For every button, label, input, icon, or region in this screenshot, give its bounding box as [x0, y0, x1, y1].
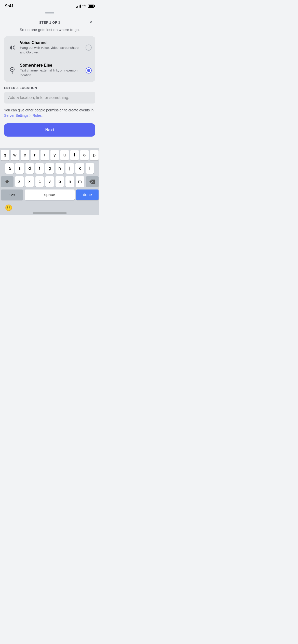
status-time: 9:41 — [5, 4, 14, 9]
key-q[interactable]: q — [1, 150, 9, 160]
somewhere-else-text: Somewhere Else Text channel, external li… — [20, 63, 83, 77]
main-content: STEP 1 OF 3 × So no one gets lost on whe… — [0, 10, 99, 148]
key-c[interactable]: c — [35, 176, 44, 187]
key-r[interactable]: r — [31, 150, 39, 160]
signal-icon — [76, 5, 81, 8]
wifi-icon — [82, 4, 86, 8]
key-p[interactable]: p — [90, 150, 99, 160]
emoji-button[interactable]: 🙂 — [5, 204, 12, 211]
key-i[interactable]: i — [70, 150, 79, 160]
drag-handle — [45, 12, 54, 13]
permission-text-content: You can give other people permission to … — [4, 108, 93, 112]
keyboard: q w e r t y u i o p a s d f g h j k l z … — [0, 148, 99, 215]
voice-channel-desc: Hang out with voice, video, screenshare,… — [20, 46, 83, 55]
close-button[interactable]: × — [87, 18, 95, 26]
home-indicator — [33, 212, 67, 214]
location-section-label: ENTER A LOCATION — [4, 86, 95, 90]
svg-point-1 — [11, 69, 13, 70]
step-label: STEP 1 OF 3 — [39, 21, 60, 24]
permission-text: You can give other people permission to … — [4, 108, 95, 118]
numbers-key[interactable]: 123 — [1, 189, 23, 200]
options-card: Voice Channel Hang out with voice, video… — [4, 36, 95, 82]
somewhere-else-option[interactable]: Somewhere Else Text channel, external li… — [4, 59, 95, 81]
next-button[interactable]: Next — [4, 123, 95, 137]
pin-icon — [8, 66, 17, 75]
location-input[interactable] — [8, 95, 91, 100]
key-h[interactable]: h — [56, 163, 64, 174]
voice-channel-text: Voice Channel Hang out with voice, video… — [20, 40, 83, 55]
speaker-icon — [8, 43, 17, 52]
key-g[interactable]: g — [45, 163, 54, 174]
backspace-key[interactable] — [86, 176, 99, 187]
key-l[interactable]: l — [86, 163, 94, 174]
key-e[interactable]: e — [21, 150, 29, 160]
keyboard-row-3: z x c v b n m — [1, 176, 99, 187]
location-input-wrapper[interactable] — [4, 92, 95, 104]
drag-handle-wrapper — [4, 10, 95, 17]
voice-channel-radio[interactable] — [86, 45, 92, 51]
key-t[interactable]: t — [40, 150, 49, 160]
key-v[interactable]: v — [45, 176, 54, 187]
keyboard-row-4: 123 space done — [1, 189, 99, 200]
key-u[interactable]: u — [60, 150, 69, 160]
voice-channel-title: Voice Channel — [20, 40, 83, 45]
key-w[interactable]: w — [11, 150, 19, 160]
somewhere-else-desc: Text channel, external link, or in-perso… — [20, 68, 83, 77]
somewhere-else-title: Somewhere Else — [20, 63, 83, 68]
keyboard-row-1: q w e r t y u i o p — [1, 150, 99, 160]
voice-channel-option[interactable]: Voice Channel Hang out with voice, video… — [4, 36, 95, 59]
keyboard-bottom: 🙂 — [1, 203, 99, 212]
key-a[interactable]: a — [5, 163, 14, 174]
key-j[interactable]: j — [65, 163, 74, 174]
key-s[interactable]: s — [15, 163, 24, 174]
server-settings-link[interactable]: Server Settings > Roles. — [4, 113, 43, 118]
keyboard-row-2: a s d f g h j k l — [1, 163, 99, 174]
battery-icon — [88, 5, 94, 8]
shift-key[interactable] — [1, 176, 13, 187]
key-x[interactable]: x — [25, 176, 34, 187]
status-icons — [76, 4, 94, 8]
step-header: STEP 1 OF 3 × — [4, 17, 95, 27]
space-key[interactable]: space — [25, 189, 75, 200]
subtitle-text: So no one gets lost on where to go. — [4, 27, 95, 32]
key-m[interactable]: m — [76, 176, 84, 187]
key-n[interactable]: n — [65, 176, 74, 187]
key-d[interactable]: d — [25, 163, 34, 174]
key-b[interactable]: b — [56, 176, 64, 187]
key-o[interactable]: o — [80, 150, 89, 160]
key-k[interactable]: k — [75, 163, 84, 174]
somewhere-else-radio[interactable] — [86, 67, 92, 74]
key-f[interactable]: f — [35, 163, 44, 174]
done-key[interactable]: done — [76, 189, 99, 200]
status-bar: 9:41 — [0, 0, 99, 10]
key-z[interactable]: z — [15, 176, 24, 187]
key-y[interactable]: y — [50, 150, 59, 160]
